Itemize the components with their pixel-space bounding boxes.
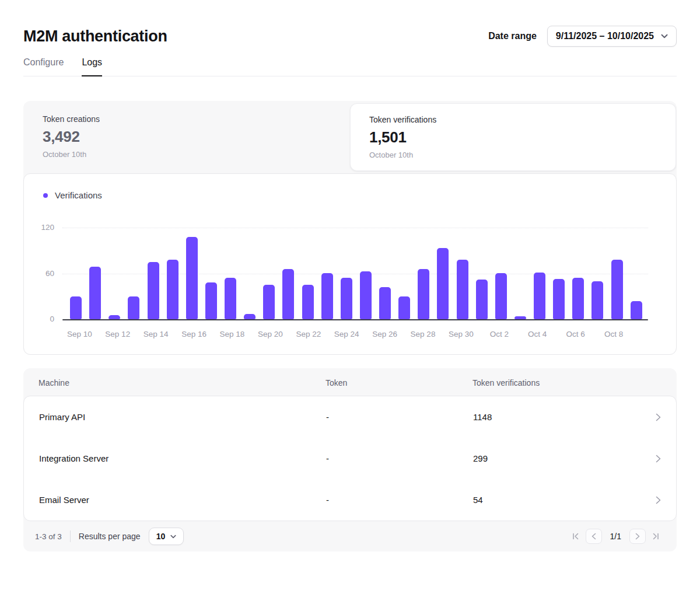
x-tick-slot: Sep 24 <box>337 330 356 339</box>
x-tick-slot: Sep 30 <box>452 330 471 339</box>
bar-sep-10 <box>70 296 82 319</box>
date-range-select[interactable]: 9/11/2025 – 10/10/2025 <box>547 26 677 47</box>
topbar: M2M authentication Date range 9/11/2025 … <box>23 0 677 47</box>
bar-sep-29 <box>437 248 449 319</box>
chevron-left-icon <box>592 533 596 540</box>
bar-sep-30 <box>457 260 468 319</box>
table-header-row: Machine Token Token verifications <box>23 368 677 396</box>
x-tick-label: Sep 10 <box>67 330 92 338</box>
page-size-select[interactable]: 10 <box>149 528 184 545</box>
tab-bar: Configure Logs <box>23 57 677 76</box>
x-tick-label: Sep 30 <box>449 330 474 338</box>
bar-oct-1 <box>476 280 488 319</box>
bar-sep-17 <box>205 282 217 319</box>
bar-sep-13 <box>128 296 139 319</box>
bar-oct-4 <box>534 273 545 319</box>
x-tick-label: Sep 16 <box>181 330 206 338</box>
first-page-button[interactable] <box>571 532 580 541</box>
bar-sep-25 <box>360 271 372 319</box>
legend-label: Verifications <box>55 190 102 200</box>
y-tick-label: 0 <box>29 315 54 323</box>
stat-cards: Token creations 3,492 October 10th Token… <box>23 101 677 173</box>
bar-oct-2 <box>495 273 507 319</box>
bar-sep-16 <box>186 237 198 319</box>
legend-dot <box>43 193 48 198</box>
table-row[interactable]: Integration Server - 299 <box>24 438 676 479</box>
token-verifications-card[interactable]: Token verifications 1,501 October 10th <box>350 103 676 171</box>
machines-table-section: Machine Token Token verifications Primar… <box>23 368 677 551</box>
m2m-authentication-page: M2M authentication Date range 9/11/2025 … <box>0 0 700 551</box>
bar-sep-24 <box>341 278 352 319</box>
token-verifications-label: Token verifications <box>369 115 657 124</box>
x-tick-slot: Oct 8 <box>604 330 624 339</box>
machine-name: Email Server <box>39 495 326 505</box>
x-tick-slot <box>509 330 528 339</box>
x-tick-label: Sep 14 <box>144 330 169 338</box>
x-tick-slot: Sep 14 <box>146 330 166 339</box>
results-per-page-label: Results per page <box>79 532 141 541</box>
previous-page-button[interactable] <box>586 529 602 544</box>
chevron-right-icon <box>635 533 640 540</box>
x-tick-slot: Sep 26 <box>375 330 394 339</box>
bar-oct-6 <box>572 278 584 319</box>
x-tick-slot: Oct 4 <box>528 330 547 339</box>
chevron-right-icon[interactable] <box>656 455 661 463</box>
last-page-icon <box>652 533 659 540</box>
x-tick-slot: Oct 6 <box>566 330 585 339</box>
bar-sep-19 <box>244 314 256 319</box>
bar-sep-11 <box>89 267 101 319</box>
token-creations-card[interactable]: Token creations 3,492 October 10th <box>23 101 350 175</box>
x-tick-slot: Oct 2 <box>489 330 509 339</box>
footer-divider <box>70 530 71 542</box>
x-tick-label: Sep 26 <box>372 330 397 338</box>
token-creations-value: 3,492 <box>43 128 331 146</box>
token-verifications-value: 1,501 <box>369 128 657 146</box>
last-page-button[interactable] <box>651 532 660 541</box>
bar-oct-5 <box>553 279 565 319</box>
bar-sep-21 <box>282 269 294 319</box>
next-page-button[interactable] <box>629 529 646 544</box>
x-tick-slot: Sep 28 <box>414 330 433 339</box>
chevron-down-icon <box>170 535 176 539</box>
bar-sep-14 <box>148 262 159 319</box>
date-range-value: 9/11/2025 – 10/10/2025 <box>556 31 654 41</box>
y-tick-label: 120 <box>29 223 54 232</box>
bar-sep-28 <box>418 269 429 319</box>
x-axis-labels: Sep 10Sep 12Sep 14Sep 16Sep 18Sep 20Sep … <box>70 330 642 339</box>
bar-oct-9 <box>631 301 642 319</box>
x-tick-slot <box>585 330 604 339</box>
column-header-token-verifications: Token verifications <box>473 378 662 387</box>
chevron-right-icon[interactable] <box>656 496 661 504</box>
x-tick-label: Oct 4 <box>528 330 547 338</box>
machine-name: Primary API <box>39 412 326 422</box>
x-tick-slot: Sep 12 <box>108 330 127 339</box>
x-tick-slot: Sep 22 <box>299 330 318 339</box>
x-tick-label: Sep 28 <box>411 330 436 338</box>
first-page-icon <box>572 533 579 540</box>
verifications-count: 54 <box>473 495 647 505</box>
bar-sep-12 <box>108 315 120 319</box>
column-header-token: Token <box>326 378 473 387</box>
token-value: - <box>326 412 473 422</box>
x-tick-label: Oct 8 <box>604 330 623 338</box>
chevron-down-icon <box>661 34 668 39</box>
bar-sep-20 <box>263 285 275 319</box>
table-row[interactable]: Primary API - 1148 <box>24 396 676 438</box>
x-axis-line <box>62 319 648 320</box>
token-value: - <box>326 495 473 505</box>
x-tick-label: Sep 12 <box>105 330 130 338</box>
x-tick-slot <box>547 330 566 339</box>
bar-oct-8 <box>611 260 623 319</box>
tab-logs[interactable]: Logs <box>82 57 102 76</box>
chevron-right-icon[interactable] <box>656 413 661 421</box>
bar-sep-22 <box>302 285 314 319</box>
verifications-chart: Verifications 060120 Sep 10Sep 12Sep 14S… <box>23 173 677 355</box>
tab-configure[interactable]: Configure <box>23 57 64 76</box>
table-row[interactable]: Email Server - 54 <box>24 479 676 521</box>
page-title: M2M authentication <box>23 27 167 46</box>
table-footer: 1-3 of 3 Results per page 10 1/1 <box>23 521 677 551</box>
token-verifications-date: October 10th <box>369 151 657 159</box>
x-tick-label: Oct 6 <box>566 330 584 338</box>
x-tick-slot: Sep 10 <box>70 330 89 339</box>
bar-oct-7 <box>592 281 603 319</box>
